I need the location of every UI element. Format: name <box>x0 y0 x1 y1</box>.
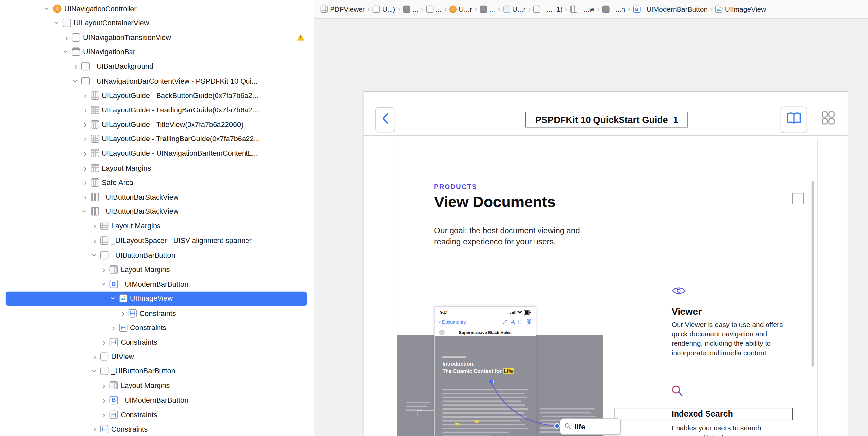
tree-row[interactable]: ›‹UINavigationController <box>0 1 314 16</box>
empty-selection-square[interactable] <box>792 193 804 204</box>
disclosure-triangle[interactable]: › <box>91 252 99 258</box>
tree-row[interactable]: ›_UIButtonBarButton <box>0 364 314 378</box>
scrollbar[interactable] <box>812 181 814 367</box>
jumpbar-item[interactable]: _...w <box>570 5 594 13</box>
tree-row[interactable]: ›UIImageView <box>6 291 307 306</box>
jumpbar-item[interactable]: U...) <box>373 5 395 13</box>
disclosure-triangle[interactable]: › <box>110 323 117 332</box>
tree-row[interactable]: ›UINavigationBar <box>0 45 314 59</box>
jumpbar-item[interactable]: ... <box>427 5 441 13</box>
tree-row[interactable]: ›Layout Margins <box>0 161 314 175</box>
jumpbar-item[interactable]: ... <box>480 5 495 13</box>
disclosure-triangle[interactable]: › <box>63 33 70 41</box>
tree-row[interactable]: ›UILayoutGuide - UINavigationBarItemCont… <box>0 146 314 161</box>
tree-row-label: _UINavigationBarContentView - PSPDFKit 1… <box>93 77 258 85</box>
grid-icon[interactable] <box>527 319 531 324</box>
disclosure-triangle[interactable]: › <box>62 49 70 55</box>
phone-back-button[interactable]: ‹ Documents <box>439 319 466 324</box>
debug-canvas[interactable]: PSPDFKit 10 QuickStart Guide_1 PRODUCTS … <box>314 19 868 436</box>
tree-row[interactable]: ›Constraints <box>0 407 314 422</box>
disclosure-triangle[interactable]: › <box>82 91 89 99</box>
tree-row-label: UINavigationController <box>64 4 137 12</box>
tree-row[interactable]: ›_UIButtonBarButton <box>0 248 314 262</box>
tree-row[interactable]: ›UILayoutGuide - TitleView(0x7fa7b6a2206… <box>0 117 314 132</box>
tree-row[interactable]: ›Constraints <box>0 335 314 349</box>
tree-row[interactable]: ›_UIBarBackground <box>0 59 314 74</box>
back-button[interactable] <box>375 107 395 132</box>
tree-row[interactable]: ›B_UIModernBarButton <box>0 393 314 407</box>
tree-row[interactable]: ›Constraints <box>0 320 314 335</box>
tree-row-label: _UIModernBarButton <box>121 280 188 288</box>
disclosure-triangle[interactable]: › <box>101 396 107 404</box>
view-icon <box>100 367 108 375</box>
book-icon[interactable] <box>518 319 524 324</box>
thumbnails-button[interactable] <box>818 109 838 129</box>
search-query[interactable]: life <box>575 423 585 431</box>
app-snapshot[interactable]: PSPDFKit 10 QuickStart Guide_1 PRODUCTS … <box>364 91 848 436</box>
tree-row[interactable]: ›Layout Margins <box>0 219 314 233</box>
disclosure-triangle[interactable]: › <box>110 295 118 302</box>
outline-button[interactable] <box>781 107 807 133</box>
disclosure-triangle[interactable]: › <box>101 382 107 390</box>
jumpbar-item[interactable]: PDFViewer <box>321 5 365 13</box>
tree-row[interactable]: ›_UINavigationBarContentView - PSPDFKit … <box>0 74 314 88</box>
jumpbar-item[interactable]: ... <box>403 5 418 13</box>
disclosure-triangle[interactable]: › <box>91 368 99 374</box>
search-icon[interactable] <box>510 319 516 324</box>
tree-row[interactable]: ›_UIButtonBarStackView <box>0 204 314 219</box>
disclosure-triangle[interactable]: › <box>81 208 89 215</box>
disclosure-triangle[interactable]: › <box>91 353 98 361</box>
tree-row[interactable]: ›_UILayoutSpacer - UISV-alignment-spanne… <box>0 233 314 248</box>
disclosure-triangle[interactable]: › <box>82 120 89 128</box>
tree-row[interactable]: ›UILayoutContainerView <box>0 16 314 30</box>
tree-row[interactable]: ›B_UIModernBarButton <box>0 277 314 291</box>
tree-row[interactable]: ›Constraints <box>0 306 314 320</box>
disclosure-triangle[interactable]: › <box>101 411 107 419</box>
tree-row[interactable]: ›UILayoutGuide - TrailingBarGuide(0x7fa7… <box>0 132 314 146</box>
tree-row-label: _UILayoutSpacer - UISV-alignment-spanner <box>112 236 252 245</box>
disclosure-triangle[interactable]: › <box>82 178 89 187</box>
tree-row[interactable]: ›Layout Margins <box>0 262 314 277</box>
disclosure-triangle[interactable]: › <box>72 62 79 70</box>
viewer-heading: Viewer <box>672 307 702 318</box>
jumpbar-item[interactable]: B_UIModernBarButton <box>633 5 708 13</box>
tree-row-label: UILayoutGuide - UINavigationBarItemConte… <box>102 149 258 158</box>
jumpbar-item[interactable]: _..._1) <box>533 5 562 13</box>
tree-row[interactable]: ›UIView <box>0 349 314 364</box>
disclosure-triangle[interactable]: › <box>100 281 108 287</box>
products-eyebrow: PRODUCTS <box>434 183 477 191</box>
jumpbar-item[interactable]: U...r <box>503 5 525 13</box>
tree-row[interactable]: ›_UIButtonBarStackView <box>0 190 314 204</box>
jumpbar-item[interactable]: UIImageView <box>715 5 766 13</box>
disclosure-triangle[interactable]: › <box>101 265 107 274</box>
disclosure-triangle[interactable]: › <box>91 425 98 433</box>
search-callout[interactable]: life <box>560 418 621 435</box>
tree-row[interactable]: ›Layout Margins <box>0 378 314 393</box>
jumpbar-item-label: UIImageView <box>725 5 766 13</box>
disclosure-triangle[interactable]: › <box>82 164 89 172</box>
jumpbar-item[interactable]: _...n <box>602 5 625 13</box>
disclosure-triangle[interactable]: › <box>91 222 98 230</box>
disclosure-triangle[interactable]: › <box>120 309 126 317</box>
disclosure-triangle[interactable]: › <box>43 5 52 11</box>
tree-row-label: _UIButtonBarButton <box>112 251 175 259</box>
disclosure-triangle[interactable]: › <box>91 236 98 245</box>
breadcrumb-separator: › <box>597 5 599 13</box>
warning-icon[interactable]: ! <box>297 34 305 40</box>
jumpbar-item[interactable]: ‹U...r <box>450 5 472 13</box>
tree-row[interactable]: ›UINavigationTransitionView! <box>0 30 314 45</box>
disclosure-triangle[interactable]: › <box>82 193 89 201</box>
tree-row[interactable]: ›UILayoutGuide - LeadingBarGuide(0x7fa7b… <box>0 103 314 117</box>
tree-row[interactable]: ›Constraints <box>0 422 314 436</box>
disclosure-triangle[interactable]: › <box>101 338 107 346</box>
disclosure-triangle[interactable]: › <box>82 106 89 114</box>
disclosure-triangle[interactable]: › <box>82 149 89 158</box>
annotation-dot[interactable] <box>490 380 494 383</box>
disclosure-triangle[interactable]: › <box>53 20 61 26</box>
disclosure-triangle[interactable]: › <box>82 135 89 143</box>
tree-row[interactable]: ›Safe Area <box>0 175 314 190</box>
navbar-title[interactable]: PSPDFKit 10 QuickStart Guide_1 <box>525 112 688 127</box>
tree-row[interactable]: ›UILayoutGuide - BackButtonGuide(0x7fa7b… <box>0 88 314 103</box>
edit-icon[interactable] <box>502 319 507 324</box>
disclosure-triangle[interactable]: › <box>72 78 80 84</box>
